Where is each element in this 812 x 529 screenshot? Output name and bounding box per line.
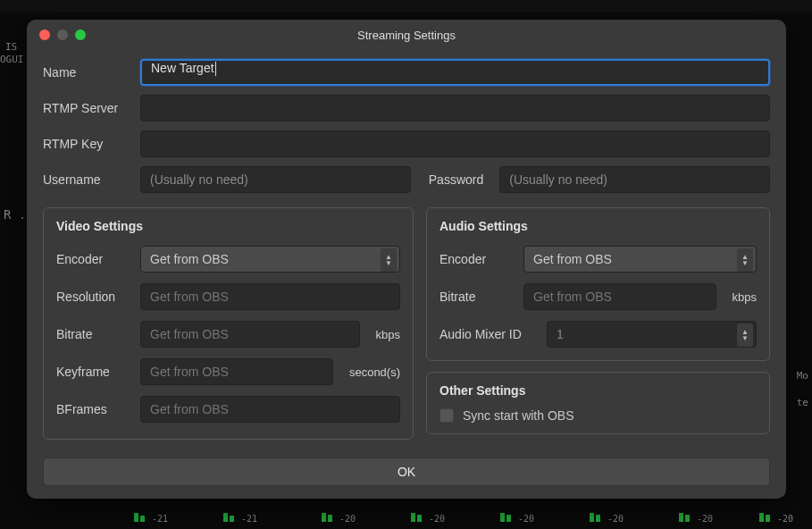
- streaming-settings-dialog: Streaming Settings Name New Target RTMP …: [27, 20, 786, 499]
- audio-encoder-label: Encoder: [439, 252, 515, 266]
- username-input[interactable]: [140, 166, 411, 193]
- bg-text: te: [797, 397, 808, 408]
- bg-text: OGUI: [0, 54, 24, 65]
- chevron-updown-icon: ▲▼: [381, 248, 397, 272]
- audio-bitrate-label: Bitrate: [439, 290, 515, 304]
- sync-start-checkbox[interactable]: [439, 408, 454, 423]
- video-encoder-select[interactable]: Get from OBS ▲▼: [140, 246, 400, 273]
- other-settings-title: Other Settings: [439, 383, 757, 398]
- video-bitrate-unit: kbps: [376, 328, 400, 341]
- password-label: Password: [429, 172, 483, 187]
- dialog-title: Streaming Settings: [27, 29, 786, 42]
- rtmp-server-label: RTMP Server: [43, 101, 128, 115]
- ok-button[interactable]: OK: [43, 458, 770, 486]
- rtmp-key-label: RTMP Key: [43, 137, 128, 151]
- audio-mixer-label: Audio Mixer ID: [439, 327, 538, 341]
- video-bframes-input[interactable]: [140, 396, 400, 423]
- other-settings-panel: Other Settings Sync start with OBS: [426, 372, 770, 434]
- video-resolution-input[interactable]: [140, 283, 400, 310]
- name-label: Name: [43, 65, 128, 80]
- video-bitrate-label: Bitrate: [56, 327, 131, 341]
- video-resolution-label: Resolution: [56, 290, 131, 304]
- video-encoder-label: Encoder: [56, 252, 131, 266]
- video-bframes-label: BFrames: [56, 402, 131, 416]
- chevron-updown-icon: ▲▼: [737, 323, 753, 347]
- audio-bitrate-unit: kbps: [732, 290, 757, 304]
- sync-start-label: Sync start with OBS: [463, 408, 573, 423]
- video-bitrate-input[interactable]: [140, 321, 360, 348]
- audio-bitrate-input[interactable]: [523, 283, 716, 310]
- password-input[interactable]: [499, 166, 770, 193]
- bg-text: Mo: [797, 370, 808, 382]
- chevron-updown-icon: ▲▼: [737, 248, 753, 272]
- video-keyframe-input[interactable]: [140, 358, 333, 385]
- titlebar: Streaming Settings: [27, 20, 786, 50]
- video-settings-panel: Video Settings Encoder Get from OBS ▲▼ R…: [43, 207, 414, 440]
- audio-settings-panel: Audio Settings Encoder Get from OBS ▲▼ B…: [426, 207, 770, 361]
- rtmp-key-input[interactable]: [140, 130, 770, 157]
- audio-mixer-select[interactable]: 1 ▲▼: [547, 321, 757, 348]
- bg-text: R .: [4, 207, 26, 222]
- audio-encoder-select[interactable]: Get from OBS ▲▼: [523, 246, 757, 273]
- bg-text: IS: [5, 41, 17, 53]
- video-keyframe-label: Keyframe: [56, 365, 131, 379]
- username-label: Username: [43, 172, 128, 187]
- rtmp-server-input[interactable]: [140, 95, 770, 122]
- audio-settings-title: Audio Settings: [439, 219, 757, 233]
- name-input[interactable]: New Target: [140, 59, 770, 86]
- video-settings-title: Video Settings: [56, 219, 400, 233]
- video-keyframe-unit: second(s): [349, 365, 400, 379]
